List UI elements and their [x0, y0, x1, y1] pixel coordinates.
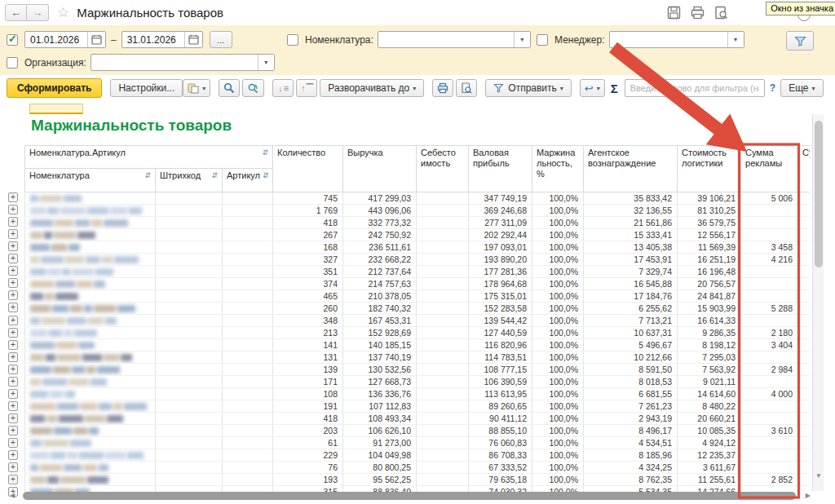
cell-gross[interactable]: 76 060,83	[469, 437, 532, 449]
cell-margin[interactable]: 100,0%	[532, 413, 584, 425]
table-row[interactable]: 168236 511,61197 093,01100,0%13 405,3811…	[25, 241, 811, 254]
cell-revenue[interactable]: 127 668,73	[343, 376, 417, 388]
column-header-articul[interactable]: Артикул⇵	[223, 169, 273, 192]
cell-qty[interactable]: 168	[273, 241, 343, 254]
cell-qty[interactable]: 193	[273, 474, 343, 486]
table-row[interactable]: 7680 800,2567 333,52100,0%4 324,253 611,…	[25, 462, 811, 474]
cell-cost[interactable]	[417, 449, 469, 462]
table-row[interactable]: 351212 737,64177 281,36100,0%7 329,7416 …	[25, 266, 811, 278]
cell-gross[interactable]: 369 246,68	[469, 205, 532, 217]
cell-gross[interactable]: 177 281,36	[469, 266, 532, 278]
calendar-icon[interactable]	[184, 32, 202, 47]
print-preview-icon[interactable]	[714, 5, 729, 20]
cell-agent[interactable]: 8 762,35	[584, 474, 678, 486]
cell-margin[interactable]: 100,0%	[532, 205, 584, 217]
expand-row-button[interactable]: +	[8, 303, 18, 312]
cell-margin[interactable]: 100,0%	[532, 266, 584, 278]
expand-row-button[interactable]: +	[8, 413, 18, 423]
cell-ads[interactable]	[741, 315, 798, 327]
cell-gross[interactable]: 108 777,15	[469, 364, 532, 376]
cell-margin[interactable]: 100,0%	[532, 474, 584, 486]
chevron-down-icon[interactable]: ▾	[514, 32, 530, 47]
expand-row-button[interactable]: +	[8, 426, 18, 435]
column-header-nomenclature[interactable]: Номенклатура⇵	[25, 169, 156, 192]
table-row[interactable]: 19395 562,2579 635,18100,0%8 762,3511 25…	[25, 474, 811, 486]
organization-checkbox[interactable]	[7, 57, 18, 69]
cell-nomenclature-blurred[interactable]	[25, 400, 156, 413]
cell-gross[interactable]: 193 890,20	[469, 254, 532, 266]
horizontal-scrollbar-thumb[interactable]	[23, 492, 796, 500]
cell-revenue[interactable]: 214 757,63	[343, 278, 417, 290]
cell-revenue[interactable]: 104 049,98	[343, 449, 417, 462]
cell-ads[interactable]: 3 458	[741, 241, 798, 254]
cell-storage[interactable]	[798, 290, 810, 303]
cell-agent[interactable]: 5 496,67	[584, 339, 678, 351]
cell-ads[interactable]	[741, 266, 798, 278]
expand-row-button[interactable]: +	[8, 389, 18, 399]
cell-revenue[interactable]: 332 773,32	[343, 217, 417, 229]
cell-nomenclature-blurred[interactable]	[25, 462, 156, 474]
cell-nomenclature-blurred[interactable]	[25, 339, 156, 351]
cell-revenue[interactable]: 130 532,56	[343, 364, 417, 376]
cell-articul[interactable]	[223, 425, 273, 437]
cell-logistics[interactable]: 11 569,39	[678, 241, 741, 254]
cell-nomenclature-blurred[interactable]	[25, 413, 156, 425]
cell-articul[interactable]	[223, 229, 273, 241]
table-row[interactable]: 108136 336,76113 613,95100,0%6 681,5514 …	[25, 388, 811, 400]
cell-ads[interactable]: 2 984	[741, 364, 798, 376]
cell-barcode[interactable]	[156, 205, 223, 217]
expand-row-button[interactable]: +	[8, 328, 18, 338]
cell-margin[interactable]: 100,0%	[532, 303, 584, 315]
cell-margin[interactable]: 100,0%	[532, 339, 584, 351]
cell-storage[interactable]	[798, 449, 810, 462]
cell-nomenclature-blurred[interactable]	[25, 266, 156, 278]
cell-gross[interactable]: 90 411,12	[469, 413, 532, 425]
cell-qty[interactable]: 1 769	[273, 205, 343, 217]
cell-articul[interactable]	[223, 266, 273, 278]
table-row[interactable]: 374214 757,63178 964,68100,0%16 545,8820…	[25, 278, 811, 290]
table-row[interactable]: 171127 668,73106 390,59100,0%8 018,539 0…	[25, 376, 811, 388]
cell-nomenclature-blurred[interactable]	[25, 229, 156, 241]
cell-margin[interactable]: 100,0%	[532, 241, 584, 254]
cell-storage[interactable]	[798, 400, 810, 413]
cell-logistics[interactable]: 15 903,99	[678, 303, 741, 315]
cell-agent[interactable]: 13 405,38	[584, 241, 678, 254]
cell-revenue[interactable]: 182 740,32	[343, 303, 417, 315]
cell-articul[interactable]	[223, 462, 273, 474]
table-row[interactable]: 418332 773,32277 311,09100,0%21 561,8636…	[25, 217, 811, 229]
cell-agent[interactable]: 8 496,17	[584, 425, 678, 437]
cell-qty[interactable]: 351	[273, 266, 343, 278]
column-header-ads[interactable]: Сумма рекламы	[741, 146, 798, 192]
expand-row-button[interactable]: +	[8, 290, 18, 300]
cell-nomenclature-blurred[interactable]	[25, 315, 156, 327]
print-button[interactable]	[432, 79, 453, 97]
cell-logistics[interactable]: 12 556,17	[678, 229, 741, 241]
cell-margin[interactable]: 100,0%	[532, 449, 584, 462]
column-header-group[interactable]: Номенклатура.Артикул⇵	[25, 146, 273, 169]
nomenclature-checkbox[interactable]	[287, 34, 298, 46]
cell-cost[interactable]	[417, 241, 469, 254]
cell-storage[interactable]	[798, 192, 810, 205]
table-row[interactable]: 191107 112,8389 260,65100,0%7 261,238 48…	[25, 400, 811, 413]
cell-cost[interactable]	[417, 474, 469, 486]
cell-barcode[interactable]	[156, 229, 223, 241]
cell-storage[interactable]	[798, 437, 810, 449]
cell-cost[interactable]	[417, 413, 469, 425]
cell-ads[interactable]: 2 180	[741, 327, 798, 339]
cell-ads[interactable]: 3 404	[741, 339, 798, 351]
table-row[interactable]: 327232 668,22193 890,20100,0%17 453,9116…	[25, 254, 811, 266]
cell-ads[interactable]	[741, 449, 798, 462]
cell-logistics[interactable]: 20 756,57	[678, 278, 741, 290]
cell-articul[interactable]	[223, 413, 273, 425]
cell-ads[interactable]	[741, 437, 798, 449]
cell-cost[interactable]	[417, 278, 469, 290]
cell-nomenclature-blurred[interactable]	[25, 376, 156, 388]
cell-agent[interactable]: 8 018,53	[584, 376, 678, 388]
table-row[interactable]: 141140 185,15116 820,96100,0%5 496,678 1…	[25, 339, 811, 351]
cell-revenue[interactable]: 242 750,92	[343, 229, 417, 241]
cell-ads[interactable]	[741, 400, 798, 413]
more-button[interactable]: Еще▾	[780, 79, 823, 97]
cell-storage[interactable]	[798, 229, 810, 241]
expand-row-button[interactable]: +	[8, 475, 18, 484]
cell-agent[interactable]: 15 333,41	[584, 229, 678, 241]
